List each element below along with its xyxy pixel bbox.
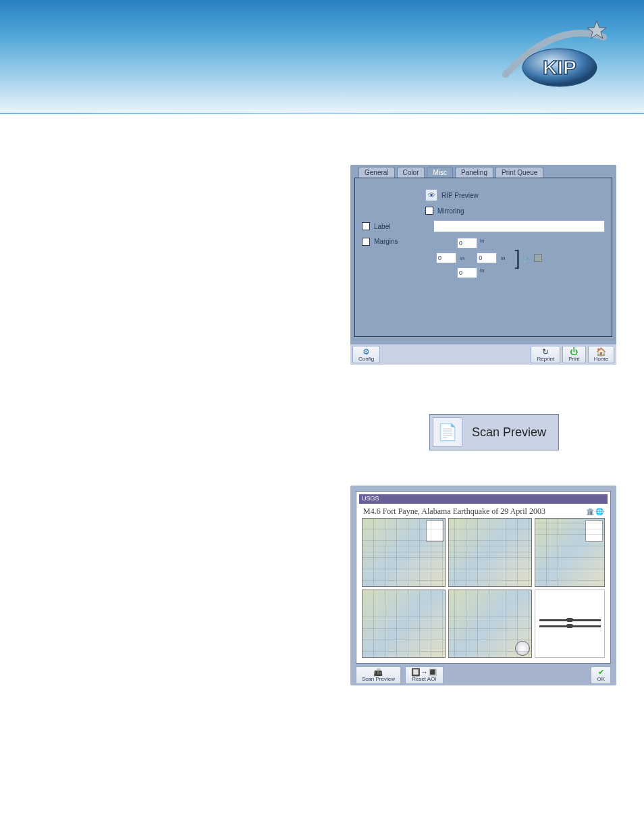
label-label: Label (374, 223, 401, 230)
ok-label: OK (597, 676, 605, 682)
agency-seal-icon: 🏛️ 🌐 (586, 508, 604, 515)
tab-print-queue[interactable]: Print Queue (495, 167, 543, 178)
felt-reports-map (362, 590, 446, 658)
preview-toolbar: 📠 Scan Preview 🔲→🔳 Reset AOI ✔ OK (356, 664, 611, 684)
tab-paneling[interactable]: Paneling (455, 167, 493, 178)
bottom-toolbar: ⚙ Config ↻ Reprint ⏻ Print 🏠 Home (350, 344, 616, 365)
ok-button[interactable]: ✔ OK (591, 667, 611, 684)
state-map (448, 590, 532, 658)
unit-label: in (477, 267, 487, 278)
margin-bottom-input[interactable]: 0 (457, 267, 477, 278)
power-icon: ⏻ (570, 348, 578, 356)
regional-map (448, 518, 532, 587)
reload-icon: ↻ (542, 348, 549, 356)
margins-link-icon: ] (514, 252, 520, 264)
scan-preview-toolbar-button[interactable]: 📠 Scan Preview (356, 667, 401, 684)
unit-label: in (458, 255, 467, 261)
margins-checkbox[interactable] (362, 238, 370, 246)
margin-color-swatch[interactable] (534, 254, 542, 262)
kip-logo: KIP (502, 14, 617, 104)
label-checkbox[interactable] (362, 222, 370, 230)
rip-preview-icon: 👁 (425, 189, 437, 201)
document-title: M4.6 Fort Payne, Alabama Earthquake of 2… (363, 506, 545, 517)
tab-color[interactable]: Color (397, 167, 425, 178)
misc-tab-screenshot: General Color Misc Paneling Print Queue … (350, 165, 616, 365)
tab-misc[interactable]: Misc (427, 167, 453, 178)
settings-tabs: General Color Misc Paneling Print Queue (350, 165, 616, 178)
scan-preview-toolbar-label: Scan Preview (362, 676, 395, 682)
margin-left-input[interactable]: 0 (436, 253, 456, 263)
gear-icon: ⚙ (363, 348, 370, 356)
misc-tab-body: 👁 RIP Preview Mirroring Label Margins 0 … (354, 178, 612, 337)
home-icon: 🏠 (596, 348, 606, 356)
seismogram-panel (535, 590, 605, 658)
print-label: Print (568, 356, 579, 362)
scan-preview-button[interactable]: 📄 Scan Preview (429, 414, 559, 450)
margins-label: Margins (374, 238, 401, 245)
mirroring-checkbox[interactable] (425, 207, 433, 215)
rip-preview-label: RIP Preview (441, 192, 479, 199)
document-preview: USGS M4.6 Fort Payne, Alabama Earthquake… (356, 491, 611, 664)
svg-text:KIP: KIP (543, 56, 576, 78)
reset-aoi-button[interactable]: 🔲→🔳 Reset AOI (405, 667, 444, 684)
mirroring-label: Mirroring (437, 207, 464, 215)
scan-preview-screenshot: USGS M4.6 Fort Payne, Alabama Earthquake… (350, 486, 616, 685)
usgs-banner: USGS (359, 494, 608, 504)
epicenter-map (362, 518, 446, 587)
reprint-label: Reprint (537, 356, 554, 362)
config-label: Config (358, 356, 374, 362)
crop-icon: 🔲→🔳 (411, 669, 437, 676)
margin-top-input[interactable]: 0 (457, 238, 477, 249)
print-button[interactable]: ⏻ Print (562, 346, 585, 363)
reprint-button[interactable]: ↻ Reprint (531, 346, 560, 363)
home-label: Home (594, 356, 608, 362)
tab-general[interactable]: General (358, 167, 395, 178)
reset-aoi-label: Reset AOI (412, 676, 436, 682)
unit-label: in (498, 255, 508, 261)
label-input[interactable] (433, 220, 605, 232)
config-button[interactable]: ⚙ Config (352, 346, 380, 363)
scanner-icon: 📠 (373, 669, 383, 676)
link-toggle-icon[interactable]: 🔗 (522, 255, 530, 262)
unit-label: in (477, 238, 487, 249)
intensity-map (535, 518, 605, 587)
margin-right-input[interactable]: 0 (477, 253, 497, 263)
home-button[interactable]: 🏠 Home (588, 346, 614, 363)
check-icon: ✔ (598, 669, 604, 676)
scan-preview-icon: 📄 (433, 417, 462, 447)
header-divider (0, 113, 644, 114)
scan-preview-label: Scan Preview (472, 425, 546, 440)
globe-icon (515, 641, 530, 656)
